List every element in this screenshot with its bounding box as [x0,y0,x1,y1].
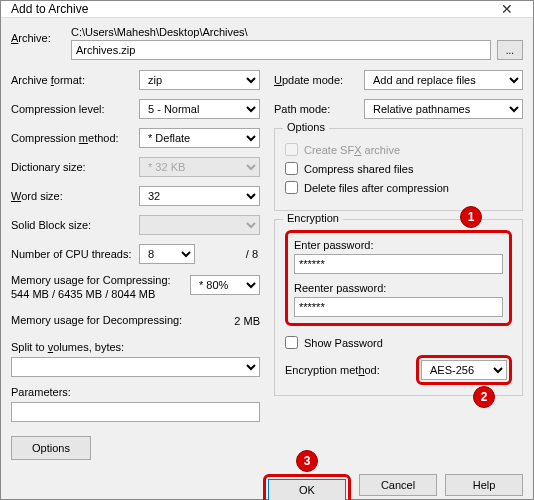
archive-row: Archive: C:\Users\Mahesh\Desktop\Archive… [11,26,523,60]
parameters-input[interactable] [11,402,260,422]
archive-path: C:\Users\Mahesh\Desktop\Archives\ [71,26,523,38]
showpassword-row: Show Password [285,336,512,349]
sfx-label: Create SFX archive [304,144,400,156]
reenterpassword-label: Reenter password: [294,282,503,294]
memcompress-label: Memory usage for Compressing: [11,273,190,287]
titlebar: Add to Archive ✕ [1,1,533,18]
enterpassword-label: Enter password: [294,239,503,251]
right-column: Update mode: Add and replace files Path … [274,70,523,460]
deleteafter-row: Delete files after compression [285,181,512,194]
memdecompress-value: 2 MB [220,315,260,327]
updatemode-label: Update mode: [274,74,364,86]
compressshared-label: Compress shared files [304,163,413,175]
left-column: Archive format: zip Compression level: 5… [11,70,260,460]
ok-wrap: 3 OK [263,474,351,500]
wordsize-select[interactable]: 32 [139,186,260,206]
encmethod-label: Encryption method: [285,364,416,376]
dialog-window: Add to Archive ✕ Archive: C:\Users\Mahes… [0,0,534,500]
format-select[interactable]: zip [139,70,260,90]
archive-label: Archive: [11,26,71,44]
options-legend: Options [283,121,329,133]
updatemode-select[interactable]: Add and replace files [364,70,523,90]
columns: Archive format: zip Compression level: 5… [11,70,523,460]
compmethod-select[interactable]: * Deflate [139,128,260,148]
cputhreads-label: Number of CPU threads: [11,248,139,260]
options-fieldset: Options Create SFX archive Compress shar… [274,128,523,211]
cancel-button[interactable]: Cancel [359,474,437,496]
pathmode-label: Path mode: [274,103,364,115]
browse-button[interactable]: ... [497,40,523,60]
ok-button[interactable]: OK [268,479,346,500]
sfx-row: Create SFX archive [285,143,512,156]
dictsize-label: Dictionary size: [11,161,139,173]
password-highlight: Enter password: Reenter password: [285,230,512,326]
deleteafter-checkbox[interactable] [285,181,298,194]
archive-filename-input[interactable] [71,40,491,60]
splitvolumes-select[interactable] [11,357,260,377]
memcompress-detail: 544 MB / 6435 MB / 8044 MB [11,287,190,301]
sfx-checkbox [285,143,298,156]
encmethod-select[interactable]: AES-256 [421,360,507,380]
footer: 3 OK Cancel Help [1,466,533,500]
annotation-badge-1: 1 [460,206,482,228]
compressshared-row: Compress shared files [285,162,512,175]
solidblock-select[interactable] [139,215,260,235]
compmethod-label: Compression method: [11,132,139,144]
dictsize-select[interactable]: * 32 KB [139,157,260,177]
annotation-badge-2: 2 [473,386,495,408]
close-icon[interactable]: ✕ [487,1,527,17]
parameters-label: Parameters: [11,385,260,399]
reenterpassword-input[interactable] [294,297,503,317]
memcompress-select[interactable]: * 80% [190,275,260,295]
archive-right: C:\Users\Mahesh\Desktop\Archives\ ... [71,26,523,60]
pathmode-select[interactable]: Relative pathnames [364,99,523,119]
showpassword-checkbox[interactable] [285,336,298,349]
enterpassword-input[interactable] [294,254,503,274]
memdecompress-label: Memory usage for Decompressing: [11,313,220,327]
ok-highlight: OK [263,474,351,500]
deleteafter-label: Delete files after compression [304,182,449,194]
compressshared-checkbox[interactable] [285,162,298,175]
encmethod-highlight: AES-256 2 [416,355,512,385]
splitvolumes-label: Split to volumes, bytes: [11,340,260,354]
window-title: Add to Archive [11,2,88,16]
cputhreads-total: / 8 [240,248,260,260]
annotation-badge-3: 3 [296,450,318,472]
encryption-fieldset: Encryption 1 Enter password: Reenter pas… [274,219,523,396]
encryption-legend: Encryption [283,212,343,224]
cputhreads-select[interactable]: 8 [139,244,195,264]
help-button[interactable]: Help [445,474,523,496]
solidblock-label: Solid Block size: [11,219,139,231]
wordsize-label: Word size: [11,190,139,202]
complevel-label: Compression level: [11,103,139,115]
options-button[interactable]: Options [11,436,91,460]
format-label: Archive format: [11,74,139,86]
dialog-body: Archive: C:\Users\Mahesh\Desktop\Archive… [1,18,533,466]
complevel-select[interactable]: 5 - Normal [139,99,260,119]
showpassword-label: Show Password [304,337,383,349]
